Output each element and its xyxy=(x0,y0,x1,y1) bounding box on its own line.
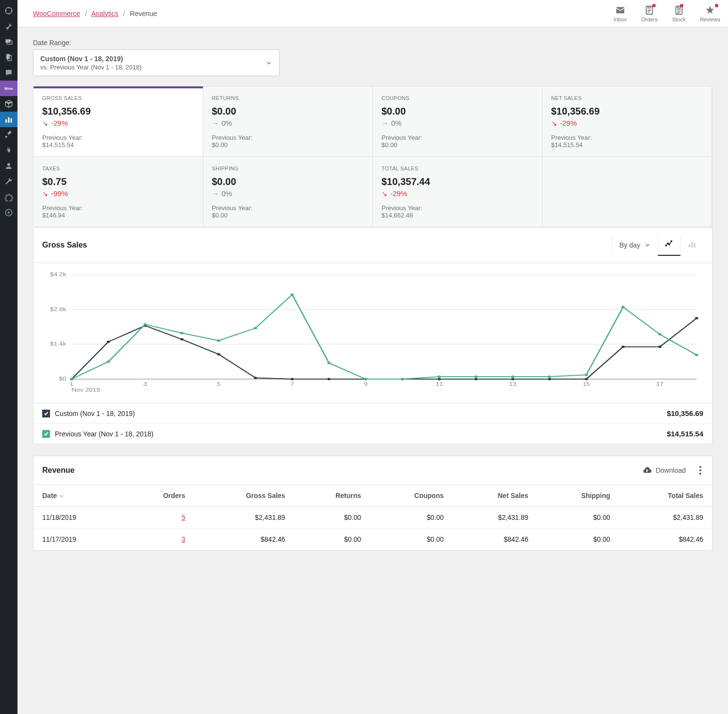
breadcrumb-sep: / xyxy=(123,10,125,17)
chart-interval-select[interactable]: By day xyxy=(612,236,658,254)
svg-point-73 xyxy=(658,333,662,335)
checkbox-icon xyxy=(42,430,50,438)
svg-rect-10 xyxy=(616,7,625,13)
bar-chart-icon xyxy=(688,240,696,249)
sidebar-item-users[interactable] xyxy=(0,158,17,174)
svg-point-40 xyxy=(107,341,110,343)
svg-point-44 xyxy=(254,377,257,379)
column-header[interactable]: Net Sales xyxy=(452,485,537,507)
column-header[interactable]: Shipping xyxy=(537,485,619,507)
header-orders[interactable]: Orders xyxy=(641,5,658,22)
sidebar-item-media[interactable] xyxy=(0,34,17,50)
table-header: Revenue Download xyxy=(33,456,712,485)
svg-rect-7 xyxy=(11,118,12,123)
column-header[interactable]: Date xyxy=(33,485,124,507)
svg-rect-18 xyxy=(692,242,693,248)
kpi-prev-value: $0.00 xyxy=(212,141,364,149)
kpi-total-sales[interactable]: TOTAL SALES $10,357.44 ↘-29% Previous Ye… xyxy=(373,157,543,227)
cell-returns: $0.00 xyxy=(294,507,370,529)
content: Date Range: Custom (Nov 1 - 18, 2019) vs… xyxy=(17,27,728,562)
column-header[interactable]: Returns xyxy=(294,485,370,507)
legend-value: $14,515.54 xyxy=(667,430,703,438)
kpi-coupons[interactable]: COUPONS $0.00 →0% Previous Year: $0.00 xyxy=(373,86,543,157)
kpi-delta: →0% xyxy=(381,119,533,127)
brush-icon xyxy=(4,131,13,139)
kpi-returns[interactable]: RETURNS $0.00 →0% Previous Year: $0.00 xyxy=(203,86,373,157)
arrow-downright-icon: ↘ xyxy=(42,190,48,198)
legend-label: Custom (Nov 1 - 18, 2019) xyxy=(55,410,135,417)
sidebar-item-tools[interactable] xyxy=(0,174,17,189)
sidebar-item-dashboard[interactable] xyxy=(0,3,17,18)
sidebar-item-appearance[interactable] xyxy=(0,127,17,143)
kpi-delta: ↘-99% xyxy=(42,189,194,198)
date-range-title: Custom (Nov 1 - 18, 2019) xyxy=(40,55,142,63)
kpi-prev-value: $146.94 xyxy=(42,212,194,219)
sidebar-item-products[interactable] xyxy=(0,96,17,112)
svg-point-69 xyxy=(511,375,514,378)
svg-point-42 xyxy=(180,338,183,341)
column-header[interactable]: Coupons xyxy=(370,485,452,507)
chart-type-bar[interactable] xyxy=(680,235,703,255)
header-reviews[interactable]: Reviews xyxy=(700,5,720,22)
legend-current[interactable]: Custom (Nov 1 - 18, 2019) $10,356.69 xyxy=(33,403,712,423)
orders-link[interactable]: 3 xyxy=(182,535,185,543)
column-header[interactable]: Total Sales xyxy=(619,485,712,507)
svg-text:9: 9 xyxy=(364,382,368,387)
cell-net: $2,431.89 xyxy=(452,507,537,529)
column-header[interactable]: Orders xyxy=(124,485,194,507)
header-stock-label: Stock xyxy=(672,17,686,22)
sidebar-item-comments[interactable] xyxy=(0,65,17,81)
cell-shipping: $0.00 xyxy=(537,529,619,550)
box-icon xyxy=(4,100,13,108)
svg-point-43 xyxy=(217,353,220,355)
svg-text:15: 15 xyxy=(582,382,590,387)
kpi-shipping[interactable]: SHIPPING $0.00 →0% Previous Year: $0.00 xyxy=(203,157,373,227)
download-button[interactable]: Download xyxy=(642,465,686,475)
kpi-value: $10,357.44 xyxy=(381,176,533,187)
plug-icon xyxy=(4,146,13,155)
cell-date: 11/18/2019 xyxy=(33,507,124,529)
kpi-value: $0.00 xyxy=(212,176,364,187)
svg-point-14 xyxy=(667,243,668,244)
sidebar-item-settings[interactable] xyxy=(0,189,17,205)
sidebar-item-analytics[interactable] xyxy=(0,112,17,127)
breadcrumb-root[interactable]: WooCommerce xyxy=(33,10,80,17)
header-stock[interactable]: Stock xyxy=(672,5,686,22)
kpi-prev-value: $14,662.48 xyxy=(381,212,533,219)
kpi-net-sales[interactable]: NET SALES $10,356.69 ↘-29% Previous Year… xyxy=(543,86,712,157)
kpi-label: COUPONS xyxy=(381,95,533,101)
kpi-prev-label: Previous Year: xyxy=(42,204,194,212)
legend-prev[interactable]: Previous Year (Nov 1 - 18, 2018) $14,515… xyxy=(33,423,712,444)
sidebar-item-pages[interactable] xyxy=(0,50,17,65)
kpi-delta: →0% xyxy=(212,189,364,198)
svg-text:5: 5 xyxy=(217,382,221,387)
table-options-menu[interactable] xyxy=(697,464,703,477)
kpi-gross-sales[interactable]: GROSS SALES $10,356.69 ↘-29% Previous Ye… xyxy=(33,86,203,157)
column-header[interactable]: Gross Sales xyxy=(194,485,294,507)
svg-point-49 xyxy=(438,378,441,381)
header-inbox[interactable]: Inbox xyxy=(613,5,627,22)
sidebar-item-plugins[interactable] xyxy=(0,143,17,158)
kpi-value: $0.75 xyxy=(42,176,194,187)
header-orders-label: Orders xyxy=(641,17,658,22)
sidebar-item-collapse[interactable] xyxy=(0,205,17,220)
svg-point-16 xyxy=(671,241,672,242)
kpi-delta: ↘-29% xyxy=(42,119,194,127)
date-range-picker[interactable]: Custom (Nov 1 - 18, 2019) vs. Previous Y… xyxy=(33,50,280,76)
badge-dot xyxy=(652,4,656,7)
svg-point-74 xyxy=(695,354,698,356)
sidebar-item-pin[interactable] xyxy=(0,18,17,34)
svg-point-64 xyxy=(327,362,331,364)
cell-coupons: $0.00 xyxy=(370,529,452,550)
kpi-taxes[interactable]: TAXES $0.75 ↘-99% Previous Year: $146.94 xyxy=(33,157,203,227)
svg-point-15 xyxy=(669,244,670,245)
svg-point-55 xyxy=(658,346,662,348)
orders-link[interactable]: 5 xyxy=(182,514,185,521)
cell-gross: $842.46 xyxy=(194,529,294,550)
sidebar-item-woocommerce[interactable]: Woo xyxy=(0,81,17,96)
chart-type-line[interactable] xyxy=(658,234,680,256)
kpi-delta: ↘-29% xyxy=(551,119,703,127)
breadcrumb-section[interactable]: Analytics xyxy=(91,10,118,17)
svg-point-53 xyxy=(585,378,588,381)
kpi-label: RETURNS xyxy=(212,95,364,101)
